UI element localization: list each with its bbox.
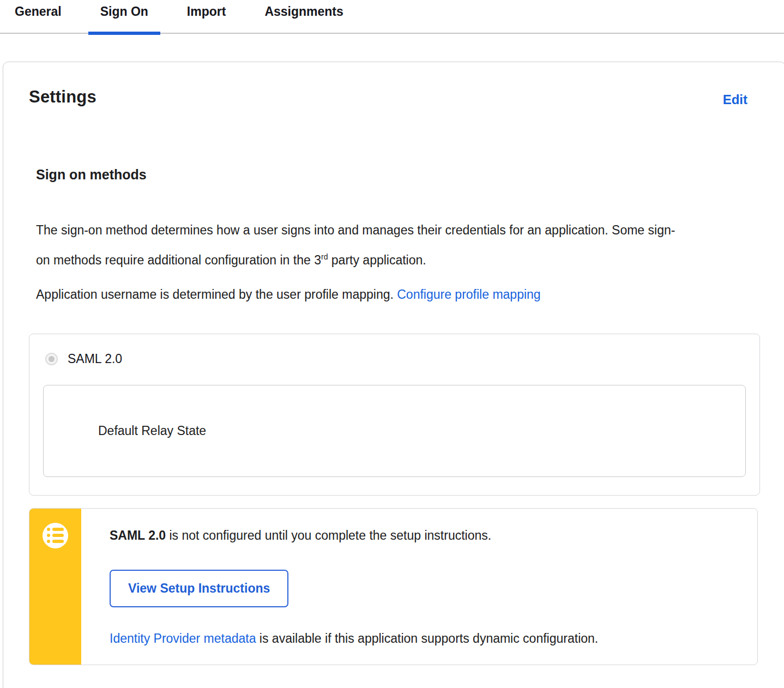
callout-warning-strip [29, 509, 81, 665]
saml-method-box: SAML 2.0 Default Relay State [29, 334, 760, 496]
saml-radio-row[interactable]: SAML 2.0 [43, 352, 746, 366]
callout-message: SAML 2.0 is not configured until you com… [110, 527, 735, 544]
description-superscript: rd [321, 252, 328, 261]
app-tab-bar: General Sign On Import Assignments [0, 0, 784, 34]
callout-body: SAML 2.0 is not configured until you com… [81, 509, 757, 665]
saml-radio-label: SAML 2.0 [68, 352, 122, 366]
sign-on-methods-description: The sign-on method determines how a user… [36, 217, 677, 274]
default-relay-state-label: Default Relay State [98, 424, 206, 438]
callout-message-bold: SAML 2.0 [110, 528, 166, 542]
edit-link[interactable]: Edit [723, 92, 747, 107]
description-text-tail: party application. [328, 253, 426, 267]
identity-provider-metadata-link[interactable]: Identity Provider metadata [110, 631, 256, 645]
saml-not-configured-callout: SAML 2.0 is not configured until you com… [29, 508, 758, 665]
tab-general[interactable]: General [3, 0, 74, 33]
username-mapping-text: Application username is determined by th… [36, 287, 397, 301]
view-setup-instructions-button[interactable]: View Setup Instructions [110, 570, 288, 607]
default-relay-state-panel: Default Relay State [43, 385, 746, 477]
sign-on-methods-heading: Sign on methods [36, 167, 761, 183]
saml-radio-button[interactable] [45, 353, 58, 365]
metadata-line-rest: is available if this application support… [256, 631, 598, 645]
username-mapping-line: Application username is determined by th… [36, 286, 761, 303]
settings-card-header: Settings Edit [29, 87, 761, 107]
tab-sign-on[interactable]: Sign On [88, 0, 160, 33]
settings-card: Settings Edit Sign on methods The sign-o… [3, 62, 784, 688]
setup-instructions-list-icon [43, 523, 68, 548]
page-title: Settings [29, 87, 97, 107]
saml-radio-dot [49, 356, 55, 362]
tab-import[interactable]: Import [175, 0, 238, 33]
callout-message-rest: is not configured until you complete the… [166, 528, 491, 542]
configure-profile-mapping-link[interactable]: Configure profile mapping [397, 287, 540, 301]
metadata-line: Identity Provider metadata is available … [110, 630, 735, 647]
tab-assignments[interactable]: Assignments [252, 0, 355, 33]
